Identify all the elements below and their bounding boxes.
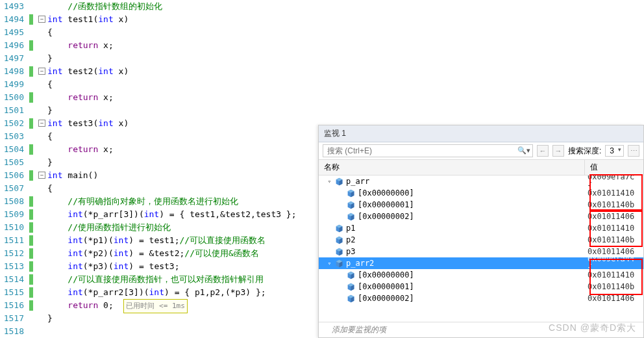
line-number: 1495 [0,26,24,39]
variable-value: 0x01011406 [585,212,643,221]
watch-panel: 监视 1 🔍▾ ← → 搜索深度: 3 ⋯ 名称 值 ▿p_arr0x009ef… [318,125,644,338]
line-number: 1506 [0,169,24,182]
variable-value: 0x01011410 [585,188,643,198]
line-number: 1516 [0,299,24,312]
watch-name-cell: p3 [319,247,585,256]
watch-name-cell: [0x00000000] [319,188,585,198]
variable-icon [347,213,355,221]
watch-row[interactable]: p10x01011410 [319,222,643,234]
watch-name-cell: ▿p_arr [319,177,585,186]
watch-panel-title: 监视 1 [319,125,643,142]
search-icon[interactable]: 🔍▾ [517,146,530,155]
line-number: 1514 [0,273,24,286]
marker-gutter: −−−− [29,0,47,338]
variable-value: 0x009efa44 { [585,254,643,272]
watch-row[interactable]: [0x00000000]0x01011410 [319,269,643,281]
variable-icon [335,224,343,233]
variable-icon [347,271,355,280]
line-number: 1510 [0,221,24,234]
variable-name: [0x00000000] [358,270,414,280]
change-marker [29,209,33,220]
variable-name: p1 [346,224,355,233]
code-line[interactable]: int test2(int x) [47,65,644,78]
line-number: 1494 [0,13,24,26]
code-line[interactable]: int test1(int x) [47,13,644,26]
watch-row[interactable]: [0x00000000]0x01011410 [319,187,643,199]
code-line[interactable]: return x; [47,39,644,52]
depth-label: 搜索深度: [568,146,601,157]
variable-name: [0x00000000] [358,188,414,198]
variable-name: [0x00000002] [358,294,414,303]
line-number: 1493 [0,0,24,13]
line-number: 1515 [0,286,24,299]
watch-row[interactable]: [0x00000002]0x01011406 [319,292,643,304]
variable-value: 0x0101140b [585,200,643,209]
change-marker [29,66,33,77]
line-number: 1503 [0,130,24,143]
fold-toggle[interactable]: − [38,120,45,127]
change-marker [29,14,33,25]
variable-icon [347,189,355,198]
variable-icon [335,259,343,268]
watch-row[interactable]: [0x00000001]0x0101140b [319,281,643,292]
line-number: 1501 [0,104,24,117]
watch-columns-header: 名称 值 [319,160,643,176]
code-line[interactable]: //函数指针数组的初始化 [47,0,644,13]
line-number: 1518 [0,325,24,338]
change-marker [29,92,33,103]
change-marker [29,248,33,259]
watch-name-cell: ▿p_arr2 [319,259,585,268]
code-line[interactable]: return x; [47,91,644,104]
search-input[interactable] [323,144,533,157]
fold-toggle[interactable]: − [38,172,45,179]
nav-back-button[interactable]: ← [537,145,549,157]
line-number: 1498 [0,65,24,78]
code-line[interactable]: } [47,104,644,117]
variable-name: p_arr [346,177,369,186]
variable-name: p3 [346,247,355,256]
variable-value: 0x0101140b [585,282,643,291]
expand-toggle[interactable]: ▿ [327,260,332,266]
depth-select[interactable]: 3 [605,145,624,157]
watch-name-cell: [0x00000002] [319,294,585,303]
watch-row[interactable]: ▿p_arr20x009efa44 { [319,257,643,269]
toolbar-extra-button[interactable]: ⋯ [628,145,639,157]
watch-name-cell: [0x00000000] [319,270,585,280]
watch-name-cell: [0x00000001] [319,200,585,209]
change-marker [29,170,33,181]
watch-name-cell: p1 [319,224,585,233]
line-number-gutter: 1493149414951496149714981499150015011502… [0,0,29,338]
change-marker [29,196,33,207]
watch-name-cell: [0x00000001] [319,282,585,291]
change-marker [29,287,33,298]
watermark: CSDN @蒙奇D索大 [549,322,636,334]
fold-toggle[interactable]: − [38,16,45,23]
code-line[interactable]: { [47,78,644,91]
line-number: 1504 [0,143,24,156]
watch-row[interactable]: [0x00000001]0x0101140b [319,199,643,211]
variable-name: [0x00000001] [358,200,414,209]
code-line[interactable]: { [47,26,644,39]
change-marker [29,274,33,285]
variable-icon [335,248,343,256]
line-number: 1513 [0,260,24,273]
variable-name: p2 [346,235,355,244]
watch-row[interactable]: ▿p_arr0x009efa7c { [319,176,643,187]
variable-value: 0x0101140b [585,235,643,244]
watch-row[interactable]: [0x00000002]0x01011406 [319,211,643,222]
watch-name-cell: p2 [319,235,585,244]
code-line[interactable]: } [47,52,644,65]
col-name-header[interactable]: 名称 [319,160,585,175]
expand-toggle[interactable]: ▿ [327,178,332,185]
change-marker [29,222,33,233]
col-value-header[interactable]: 值 [585,160,643,175]
line-number: 1497 [0,52,24,65]
variable-icon [335,236,343,244]
line-number: 1509 [0,208,24,221]
variable-value: 0x01011406 [585,294,643,303]
watch-row[interactable]: p20x0101140b [319,234,643,246]
nav-forward-button[interactable]: → [552,145,564,157]
watch-body: ▿p_arr0x009efa7c {[0x00000000]0x01011410… [319,176,643,322]
line-number: 1517 [0,312,24,325]
fold-toggle[interactable]: − [38,68,45,75]
